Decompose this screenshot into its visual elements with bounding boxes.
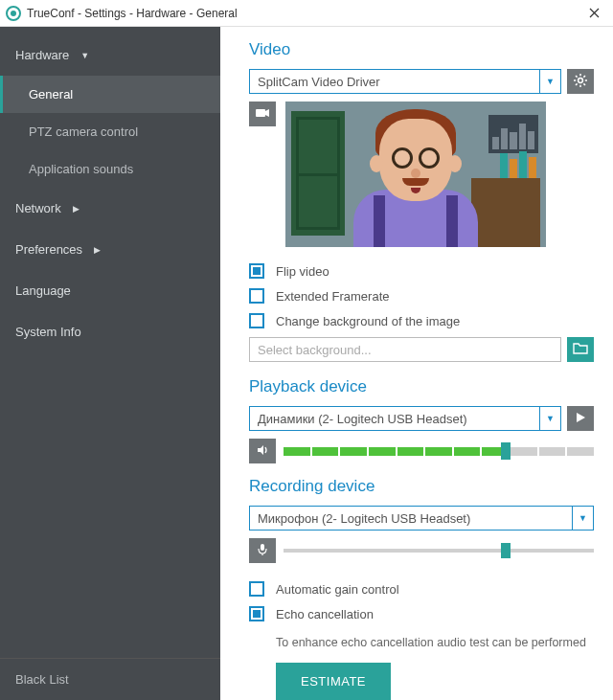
dropdown-arrow-icon: ▼ (572, 507, 593, 530)
svg-point-1 (11, 11, 16, 16)
chevron-right-icon: ▶ (73, 204, 79, 214)
input-placeholder: Select background... (258, 343, 372, 357)
section-title-recording: Recording device (249, 477, 594, 496)
app-logo-icon (6, 6, 21, 21)
checkbox-label: Extended Framerate (276, 289, 390, 304)
dropdown-arrow-icon: ▼ (539, 407, 560, 430)
select-value: Микрофон (2- Logitech USB Headset) (258, 511, 470, 526)
sidebar-item-blacklist[interactable]: Black List (0, 658, 220, 700)
sidebar-item-label: Network (15, 201, 61, 215)
sidebar-item-label: General (29, 87, 73, 102)
estimate-button[interactable]: ESTIMATE (276, 663, 391, 700)
sidebar-item-hardware[interactable]: Hardware ▼ (0, 34, 220, 76)
recording-device-select[interactable]: Микрофон (2- Logitech USB Headset) ▼ (249, 506, 594, 531)
chevron-right-icon: ▶ (94, 245, 101, 255)
sidebar-item-app-sounds[interactable]: Application sounds (0, 150, 220, 188)
sidebar-item-network[interactable]: Network ▶ (0, 188, 220, 229)
background-path-input[interactable]: Select background... (249, 337, 561, 362)
svg-line-8 (583, 83, 585, 85)
echo-hint: To enhance echo cancellation audio test … (276, 636, 594, 649)
sidebar-item-label: Application sounds (29, 162, 133, 176)
select-value: SplitCam Video Driver (258, 75, 380, 89)
browse-background-button[interactable] (567, 337, 594, 362)
playback-test-button[interactable] (567, 406, 594, 431)
checkbox-label: Echo cancellation (276, 607, 374, 621)
mute-mic-button[interactable] (249, 538, 276, 563)
toggle-camera-button[interactable] (249, 102, 276, 126)
sidebar-item-system-info[interactable]: System Info (0, 311, 220, 352)
sidebar-item-label: Hardware (15, 48, 69, 62)
microphone-icon (257, 543, 268, 559)
mute-playback-button[interactable] (249, 439, 276, 463)
echo-cancellation-checkbox[interactable] (249, 606, 264, 621)
playback-volume-slider[interactable] (284, 446, 594, 456)
video-device-select[interactable]: SplitCam Video Driver ▼ (249, 69, 561, 94)
folder-icon (573, 342, 588, 357)
svg-point-2 (579, 78, 583, 82)
change-background-checkbox[interactable] (249, 313, 264, 328)
svg-line-7 (576, 76, 578, 78)
dropdown-arrow-icon: ▼ (539, 70, 560, 93)
flip-video-checkbox[interactable] (249, 263, 264, 279)
sidebar-item-preferences[interactable]: Preferences ▶ (0, 229, 220, 270)
svg-line-10 (583, 76, 585, 78)
svg-rect-11 (256, 109, 265, 117)
sidebar-item-label: Black List (15, 672, 69, 687)
svg-line-9 (576, 83, 578, 85)
section-title-video: Video (249, 40, 594, 59)
titlebar: TrueConf - Settings - Hardware - General (0, 0, 613, 27)
window-title: TrueConf - Settings - Hardware - General (27, 7, 238, 20)
checkbox-label: Automatic gain control (276, 582, 399, 597)
checkbox-label: Change background of the image (276, 314, 460, 328)
sidebar-item-language[interactable]: Language (0, 270, 220, 311)
sidebar-item-label: System Info (15, 325, 81, 339)
video-preview (285, 102, 546, 247)
checkbox-label: Flip video (276, 264, 329, 279)
camera-icon (255, 107, 270, 122)
play-icon (575, 412, 586, 426)
sidebar-item-label: Preferences (15, 242, 82, 257)
sidebar-item-general[interactable]: General (0, 76, 220, 113)
sidebar-item-label: PTZ camera control (29, 124, 138, 139)
gear-icon (573, 73, 588, 91)
speaker-icon (256, 443, 269, 460)
sidebar: Hardware ▼ General PTZ camera control Ap… (0, 27, 220, 700)
extended-framerate-checkbox[interactable] (249, 288, 264, 304)
svg-rect-12 (261, 544, 264, 551)
chevron-down-icon: ▼ (80, 51, 89, 60)
select-value: Динамики (2- Logitech USB Headset) (258, 412, 467, 426)
recording-volume-slider[interactable] (284, 549, 594, 553)
content-panel: Video SplitCam Video Driver ▼ (220, 27, 613, 700)
playback-device-select[interactable]: Динамики (2- Logitech USB Headset) ▼ (249, 406, 561, 431)
agc-checkbox[interactable] (249, 581, 264, 597)
sidebar-item-label: Language (15, 283, 71, 298)
video-settings-button[interactable] (567, 69, 594, 94)
close-button[interactable] (575, 0, 613, 27)
sidebar-item-ptz[interactable]: PTZ camera control (0, 113, 220, 150)
section-title-playback: Playback device (249, 377, 594, 396)
